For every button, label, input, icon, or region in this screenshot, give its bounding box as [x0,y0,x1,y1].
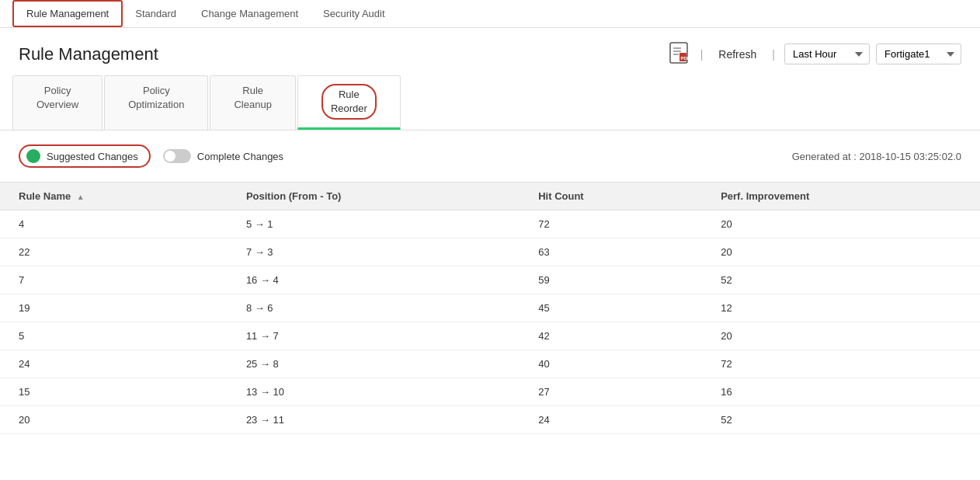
suggested-changes-label: Suggested Changes [47,151,138,162]
cell-position: 16 → 4 [228,266,520,294]
nav-item-security-audit[interactable]: Security Audit [311,2,398,26]
page-title: Rule Management [19,44,158,64]
table-header-row: Rule Name ▲ Position (From - To) Hit Cou… [0,183,980,210]
refresh-button[interactable]: Refresh [712,45,763,64]
cell-rule-name: 24 [0,350,228,378]
controls-row: Suggested Changes Complete Changes Gener… [0,130,980,182]
col-hit-count: Hit Count [520,183,702,210]
col-position: Position (From - To) [228,183,520,210]
cell-perf-improvement: 20 [702,210,980,238]
pdf-export-icon[interactable]: PDF [669,42,691,66]
table-row: 5 11 → 7 42 20 [0,322,980,350]
toggle-switch [163,149,191,163]
toggle-dot-active [26,149,40,163]
complete-changes-toggle[interactable]: Complete Changes [163,149,283,163]
cell-position: 8 → 6 [228,294,520,322]
cell-rule-name: 7 [0,266,228,294]
top-nav: Rule Management Standard Change Manageme… [0,0,980,28]
cell-perf-improvement: 52 [702,406,980,434]
cell-perf-improvement: 20 [702,322,980,350]
suggested-changes-toggle[interactable]: Suggested Changes [19,144,151,168]
cell-hit-count: 45 [520,294,702,322]
cell-perf-improvement: 20 [702,238,980,266]
cell-hit-count: 24 [520,406,702,434]
separator: | [700,48,704,61]
table-row: 20 23 → 11 24 52 [0,406,980,434]
separator2: | [772,48,775,61]
table-row: 24 25 → 8 40 72 [0,350,980,378]
cell-rule-name: 19 [0,294,228,322]
toggle-group: Suggested Changes Complete Changes [19,144,283,168]
table-row: 19 8 → 6 45 12 [0,294,980,322]
cell-hit-count: 59 [520,266,702,294]
cell-perf-improvement: 16 [702,378,980,406]
cell-rule-name: 5 [0,322,228,350]
cell-hit-count: 40 [520,350,702,378]
table-row: 4 5 → 1 72 20 [0,210,980,238]
generated-at-text: Generated at : 2018-10-15 03:25:02.0 [792,151,961,162]
cell-position: 25 → 8 [228,350,520,378]
col-perf-improvement: Perf. Improvement [702,183,980,210]
cell-position: 5 → 1 [228,210,520,238]
cell-perf-improvement: 52 [702,266,980,294]
cell-position: 11 → 7 [228,322,520,350]
time-range-dropdown[interactable]: Last Hour Last Day Last Week [784,43,870,64]
rule-reorder-table: Rule Name ▲ Position (From - To) Hit Cou… [0,182,980,434]
cell-rule-name: 15 [0,378,228,406]
table-row: 15 13 → 10 27 16 [0,378,980,406]
cell-perf-improvement: 72 [702,350,980,378]
page-header: Rule Management PDF | Refresh | Last Hou… [0,28,980,75]
cell-perf-improvement: 12 [702,294,980,322]
cell-hit-count: 42 [520,322,702,350]
cell-hit-count: 63 [520,238,702,266]
col-rule-name[interactable]: Rule Name ▲ [0,183,228,210]
sub-tabs: PolicyOverview PolicyOptimization RuleCl… [0,75,980,130]
tab-policy-optimization[interactable]: PolicyOptimization [104,75,208,130]
tab-rule-cleanup[interactable]: RuleCleanup [210,75,295,130]
cell-rule-name: 20 [0,406,228,434]
tab-rule-reorder[interactable]: RuleReorder [297,75,401,130]
tab-policy-overview[interactable]: PolicyOverview [12,75,103,130]
header-controls: PDF | Refresh | Last Hour Last Day Last … [669,42,961,66]
cell-position: 23 → 11 [228,406,520,434]
nav-item-change-management[interactable]: Change Management [189,2,311,26]
cell-hit-count: 27 [520,378,702,406]
cell-rule-name: 4 [0,210,228,238]
svg-text:PDF: PDF [680,56,688,61]
table-row: 22 7 → 3 63 20 [0,238,980,266]
nav-item-rule-management[interactable]: Rule Management [12,0,123,27]
nav-item-standard[interactable]: Standard [123,2,189,26]
cell-position: 7 → 3 [228,238,520,266]
table-row: 7 16 → 4 59 52 [0,266,980,294]
sort-icon-rule-name: ▲ [77,193,85,201]
device-dropdown[interactable]: Fortigate1 Fortigate2 [876,43,961,64]
complete-changes-label: Complete Changes [197,151,283,162]
cell-position: 13 → 10 [228,378,520,406]
cell-hit-count: 72 [520,210,702,238]
cell-rule-name: 22 [0,238,228,266]
